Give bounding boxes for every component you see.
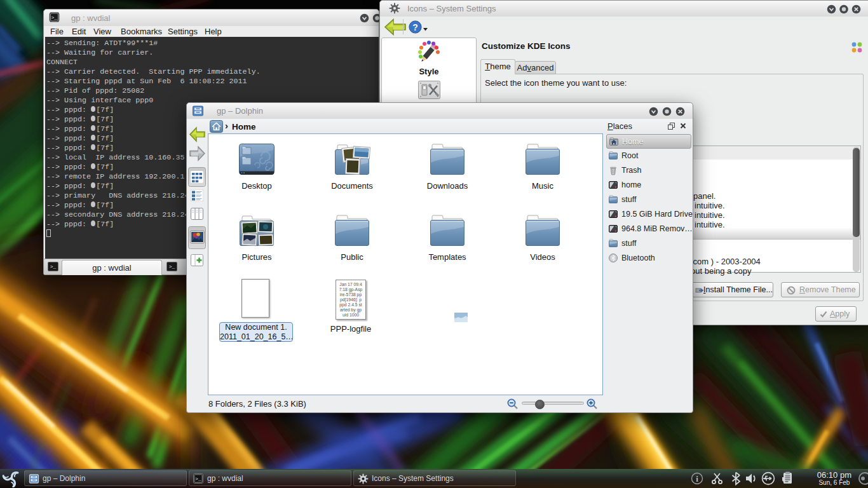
svg-text:>_: >_ [51, 15, 57, 20]
svg-text:?: ? [412, 22, 418, 32]
svg-text:>_: >_ [195, 477, 201, 482]
svg-text:i: i [696, 474, 698, 484]
